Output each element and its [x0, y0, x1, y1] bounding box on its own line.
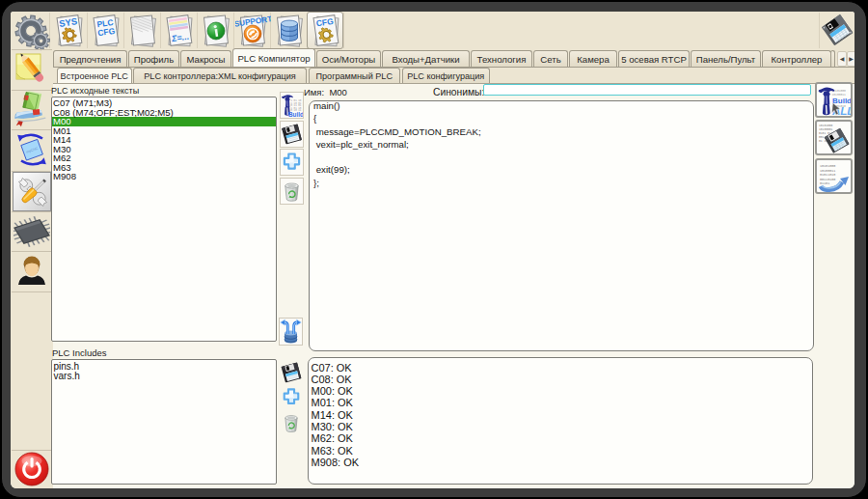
- svg-text:01101: 01101: [820, 181, 829, 185]
- svg-text:10100001: 10100001: [819, 128, 833, 131]
- svg-text:10101000: 10101000: [820, 164, 835, 168]
- svg-text:Build: Build: [288, 111, 303, 118]
- svg-text:10100011: 10100011: [820, 168, 835, 172]
- svg-text:00110100: 00110100: [820, 177, 835, 180]
- svg-text:01011010: 01011010: [820, 173, 835, 177]
- svg-text:10101000: 10101000: [819, 125, 833, 127]
